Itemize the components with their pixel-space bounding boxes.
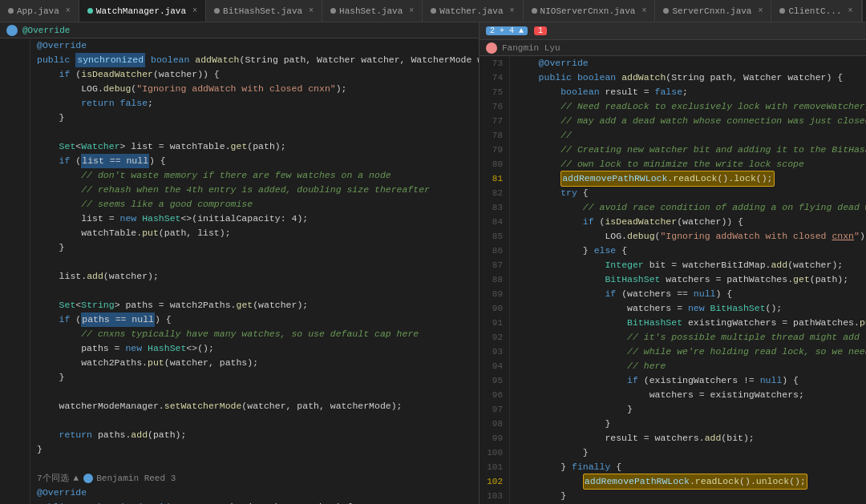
ln: 89 <box>486 287 503 301</box>
ln: 90 <box>486 301 503 316</box>
left-code-content[interactable]: @Override public synchronized boolean ad… <box>30 38 479 504</box>
left-line-numbers <box>0 38 30 504</box>
tab-dot <box>532 8 537 14</box>
tab-dot <box>663 8 669 14</box>
code-line: // here <box>516 359 860 373</box>
line-badge: 2 + 4 ▲ <box>486 26 528 35</box>
ln: 77 <box>486 114 503 128</box>
code-line: // seems like a good compromise <box>37 197 472 212</box>
code-line: if (watchers == null) { <box>516 287 860 301</box>
ln: 93 <box>486 345 503 359</box>
tab-nioservercnxn-java[interactable]: NIOServerCnxn.java × <box>524 0 656 22</box>
code-line: if (existingWatchers != null) { <box>516 373 860 388</box>
code-line: watch2Paths.put(watcher, paths); <box>37 356 472 370</box>
right-panel: 2 + 4 ▲ 1 Fangmin Lyu 73 74 75 76 77 78 … <box>480 22 866 504</box>
code-line: list = new HashSet<>(initialCapacity: 4)… <box>37 212 472 226</box>
close-icon[interactable]: × <box>66 6 71 15</box>
highlight-unlock-call: addRemovePathRWLock.readLock().unlock(); <box>583 474 807 490</box>
code-line: // avoid race condition of adding a on f… <box>516 200 860 215</box>
ln: 73 <box>486 56 503 71</box>
highlight-lock-call: addRemovePathRWLock.readLock().lock(); <box>560 171 774 187</box>
tab-clientc-java[interactable]: ClientC... × <box>771 0 861 22</box>
ln: 94 <box>486 359 503 373</box>
tab-app-java[interactable]: App.java × <box>0 0 79 22</box>
code-line: @Override <box>516 56 860 71</box>
ln: 74 <box>486 71 503 85</box>
tab-dot <box>330 8 336 14</box>
right-code-content[interactable]: @Override public boolean addWatch(String… <box>510 56 866 504</box>
code-line <box>37 284 472 298</box>
ln: 101 <box>486 460 503 474</box>
tab-watcher-java[interactable]: Watcher.java × <box>423 0 523 22</box>
tab-bithashset-java[interactable]: BitHashSet.java × <box>206 0 322 22</box>
code-line: if (paths == null) { <box>37 312 472 327</box>
code-line: } else { <box>516 244 860 258</box>
ln: 78 <box>486 128 503 143</box>
code-line: watchers = existingWatchers; <box>516 388 860 402</box>
code-line: // own lock to minimize the write lock s… <box>516 157 860 171</box>
tab-dot <box>87 8 93 14</box>
tab-watchmanageroptimized-java[interactable]: WatchManagerOptimized.java × <box>862 0 867 22</box>
tab-dot <box>214 8 220 14</box>
close-icon[interactable]: × <box>192 6 197 15</box>
code-line: // rehash when the 4th entry is added, d… <box>37 183 472 197</box>
right-code-area[interactable]: 73 74 75 76 77 78 79 80 81 82 83 84 85 8… <box>480 56 866 504</box>
main-container: @Override @Override public synchronized … <box>0 22 866 504</box>
code-line: list.add(watcher); <box>37 269 472 284</box>
code-line: public synchronized void removeWatcher(W… <box>37 500 472 504</box>
code-line: Set<Watcher> list = watchTable.get(path)… <box>37 139 472 154</box>
close-icon[interactable]: × <box>409 6 414 15</box>
code-line: // cnxns typically have many watches, so… <box>37 327 472 341</box>
code-line: @Override <box>37 486 472 500</box>
close-icon[interactable]: × <box>510 6 515 15</box>
code-line <box>37 255 472 269</box>
ln: 91 <box>486 316 503 330</box>
ln: 99 <box>486 431 503 446</box>
right-line-numbers: 73 74 75 76 77 78 79 80 81 82 83 84 85 8… <box>480 56 510 504</box>
close-icon[interactable]: × <box>309 6 314 15</box>
code-line-highlighted-unlock: addRemovePathRWLock.readLock().unlock(); <box>516 474 860 489</box>
code-line <box>37 457 472 471</box>
author-count: 7个同选 <box>37 471 69 486</box>
code-line: BitHashSet watchers = pathWatches.get(pa… <box>516 272 860 287</box>
code-line: // it's possible multiple thread might a… <box>516 330 860 345</box>
code-line: return false; <box>37 96 472 111</box>
ln: 100 <box>486 446 503 460</box>
code-line: // don't waste memory if there are few w… <box>37 168 472 183</box>
left-code-area[interactable]: @Override public synchronized boolean ad… <box>0 38 479 504</box>
tab-label: WatchManager.java <box>96 6 186 16</box>
left-author-name: @Override <box>22 26 70 35</box>
code-line: } <box>37 111 472 125</box>
code-line <box>37 385 472 399</box>
ln: 88 <box>486 272 503 287</box>
tab-bar: App.java × WatchManager.java × BitHashSe… <box>0 0 866 22</box>
code-line: Integer bit = watcherBitIdMap.add(watche… <box>516 258 860 272</box>
code-line: public boolean addWatch(String path, Wat… <box>516 71 860 85</box>
tab-watchmanager-java[interactable]: WatchManager.java × <box>79 0 206 22</box>
close-icon[interactable]: × <box>758 6 763 15</box>
right-author-line: Fangmin Lyu <box>480 40 866 56</box>
author-name: Benjamin Reed 3 <box>96 471 176 486</box>
ln: 80 <box>486 157 503 171</box>
code-line: BitHashSet existingWatchers = pathWatche… <box>516 316 860 330</box>
tab-servercnxn-java[interactable]: ServerCnxn.java × <box>655 0 771 22</box>
ln: 102 <box>486 474 503 489</box>
code-line: watchers = new BitHashSet(); <box>516 301 860 316</box>
tab-label: ServerCnxn.java <box>672 6 751 16</box>
tab-label: NIOServerCnxn.java <box>540 6 636 16</box>
left-author-line: @Override <box>0 22 479 38</box>
code-line: // may add a dead watch whose connection… <box>516 114 860 128</box>
close-icon[interactable]: × <box>848 6 852 15</box>
tab-hashset-java[interactable]: HashSet.java × <box>322 0 423 22</box>
code-line: LOG.debug("Ignoring addWatch with closed… <box>37 82 472 96</box>
code-line: } <box>37 370 472 385</box>
code-line <box>37 125 472 139</box>
avatar <box>486 42 497 54</box>
close-icon[interactable]: × <box>641 6 646 15</box>
ln: 86 <box>486 244 503 258</box>
tab-dot <box>431 8 436 14</box>
code-line: result = watchers.add(bit); <box>516 431 860 446</box>
code-line: public synchronized boolean addWatch(Str… <box>37 53 472 67</box>
ln: 97 <box>486 402 503 417</box>
ln: 92 <box>486 330 503 345</box>
